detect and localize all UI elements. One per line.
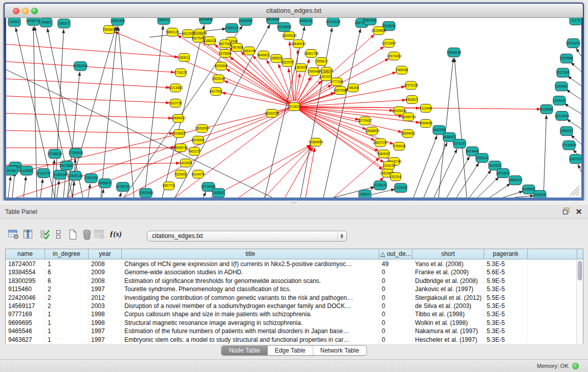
citation-edge-red[interactable] <box>6 163 180 165</box>
function-builder-icon[interactable]: ƒ(x) <box>110 228 122 240</box>
table-row[interactable]: 2242004622012Investigating the contribut… <box>6 294 576 302</box>
citation-edge-red[interactable] <box>226 69 290 104</box>
graph-node-label: 1244413 <box>553 99 566 102</box>
table-row[interactable]: 977716911998Corpus callosum shape and si… <box>6 310 576 318</box>
citation-edge-black[interactable] <box>454 58 467 198</box>
table-row[interactable]: 1830029562008Estimation of significance … <box>6 277 576 285</box>
splitter-grip-icon[interactable] <box>291 202 296 204</box>
float-window-icon[interactable] <box>561 207 571 216</box>
column-header-title[interactable]: title <box>122 249 379 259</box>
column-header-out_de...[interactable]: △ out_de... <box>379 249 412 259</box>
edge-arrowhead-icon <box>57 180 60 184</box>
graph-node-label: 8115958 <box>540 107 553 111</box>
citation-edge-red[interactable] <box>6 113 172 118</box>
table-row[interactable]: 969969511998Structural magnetic resonanc… <box>6 319 576 327</box>
citation-edge-red[interactable] <box>6 96 170 103</box>
citation-edge-red[interactable] <box>285 147 313 198</box>
column-header-short[interactable]: short <box>412 249 484 259</box>
table-row[interactable]: 1456911722003Disruption of a novel membe… <box>6 302 576 310</box>
tab-network-table[interactable]: Network Table <box>313 346 366 355</box>
citation-edge-black[interactable] <box>118 27 134 198</box>
cell-pagerank: 5.6E-5 <box>484 268 528 276</box>
row-height-icon[interactable] <box>52 228 64 240</box>
new-file-icon[interactable] <box>67 228 79 240</box>
citation-edge-black[interactable] <box>52 160 54 198</box>
graph-node-label: 10653287 <box>238 19 253 23</box>
citation-edge-red[interactable] <box>211 145 311 198</box>
network-table-select[interactable]: citations_edges.txt <box>147 231 347 242</box>
citation-edge-black[interactable] <box>6 70 272 198</box>
citation-edge-red[interactable] <box>299 58 389 104</box>
column-header-filler[interactable] <box>528 249 577 259</box>
tab-edge-table[interactable]: Edge Table <box>268 346 313 355</box>
cell-name: 19384554 <box>6 268 45 276</box>
cell-short: Yano et al. (2008) <box>412 260 484 268</box>
citation-edge-red[interactable] <box>6 61 175 72</box>
citation-edge-red[interactable] <box>265 146 312 198</box>
column-header-pagerank[interactable]: pagerank <box>484 249 528 259</box>
citation-edge-black[interactable] <box>413 135 437 198</box>
close-panel-icon[interactable]: ✕ <box>574 207 583 216</box>
cell-short: Stergiakouli et al. (2012) <box>412 294 484 302</box>
citation-edge-red[interactable] <box>6 45 179 57</box>
citation-edge-red[interactable] <box>306 148 315 198</box>
delete-trash-icon[interactable] <box>81 228 93 240</box>
graph-node-label: 98504 <box>360 192 369 196</box>
edge-arrowhead-icon <box>375 148 379 151</box>
citation-edge-red[interactable] <box>6 130 173 134</box>
cell-title: Embryonic stem cells: a model to study s… <box>122 336 379 344</box>
table-row[interactable]: 946362711997Embryonic stem cells: a mode… <box>6 336 576 344</box>
citation-network-graph[interactable]: 1605314055724905851563272089140618843116… <box>6 18 581 198</box>
cell-pagerank: 5.3E-5 <box>484 319 528 327</box>
table-settings-icon[interactable] <box>7 228 19 240</box>
cell-name: 14569117 <box>6 302 45 310</box>
vertical-scrollbar[interactable] <box>576 260 583 344</box>
cell-in_degree: 1 <box>45 319 89 327</box>
graph-node-label: 1403999 <box>179 161 192 165</box>
graph-node-label: 17359928 <box>69 151 83 155</box>
citation-edge-black[interactable] <box>144 26 163 198</box>
table-row[interactable]: 946554611997Estimation of the future num… <box>6 327 576 335</box>
import-table-icon[interactable] <box>93 228 105 240</box>
table-toolbar: ƒ(x) citations_edges.txt <box>0 219 588 246</box>
column-header-year[interactable]: year <box>89 249 122 259</box>
citation-edge-black[interactable] <box>477 177 499 198</box>
citation-edge-black[interactable] <box>323 29 361 198</box>
graph-node-label: 14055724 <box>26 19 41 23</box>
network-window-titlebar[interactable]: citations_edges.txt <box>5 4 583 18</box>
scrollbar-thumb[interactable] <box>578 261 582 280</box>
table-row[interactable]: 911546021997Tourette syndrome. Phenomeno… <box>6 285 576 293</box>
graph-node-label: 9756928 <box>393 144 406 148</box>
citation-edge-red[interactable] <box>6 79 170 87</box>
select-columns-icon[interactable] <box>22 228 34 240</box>
network-canvas[interactable]: 1605314055724905851563272089140618843116… <box>6 18 581 198</box>
cell-out_de...: 0 <box>379 268 412 276</box>
citation-edge-black[interactable] <box>424 142 447 198</box>
select-rows-check-icon[interactable] <box>39 228 51 240</box>
edge-arrowhead-icon <box>15 28 18 32</box>
table-tabs-row: Node TableEdge TableNetwork Table <box>0 345 588 356</box>
edge-arrowhead-icon <box>9 176 12 180</box>
edge-arrowhead-icon <box>385 58 389 61</box>
graph-node-label: 1990448 <box>307 70 320 73</box>
citation-edge-black[interactable] <box>469 170 491 198</box>
citation-edge-black[interactable] <box>543 115 547 198</box>
memory-ok-indicator-icon[interactable] <box>572 363 579 369</box>
graph-node-label: 9227343 <box>556 71 570 74</box>
edge-arrowhead-icon <box>475 163 479 167</box>
citation-edge-red[interactable] <box>300 100 406 106</box>
edge-arrowhead-icon <box>576 48 580 52</box>
tab-node-table[interactable]: Node Table <box>222 346 268 355</box>
column-header-name[interactable]: name <box>6 249 45 259</box>
panel-splitter[interactable] <box>0 201 588 205</box>
graph-node-label: 16961758 <box>304 52 319 55</box>
citation-edge-black[interactable] <box>434 149 457 198</box>
table-row[interactable]: 1938455462009Genome-wide association stu… <box>6 268 576 276</box>
column-header-in_degree[interactable]: in_degree <box>45 249 89 259</box>
table-row[interactable]: 1872400712008Changes of HCN gene express… <box>6 260 576 268</box>
citation-edge-black[interactable] <box>456 163 479 198</box>
citation-edge-red[interactable] <box>299 92 335 104</box>
citation-edge-red[interactable] <box>6 108 289 175</box>
citation-edge-red[interactable] <box>298 81 322 103</box>
citation-edge-red[interactable] <box>290 41 294 101</box>
